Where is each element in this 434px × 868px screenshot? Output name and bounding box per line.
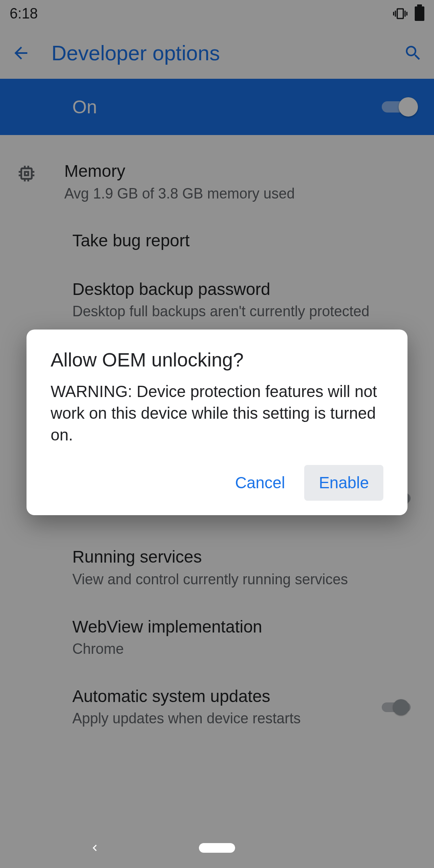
oem-unlock-dialog: Allow OEM unlocking? WARNING: Device pro… — [27, 330, 407, 515]
enable-button[interactable]: Enable — [304, 465, 383, 501]
dialog-title: Allow OEM unlocking? — [51, 349, 383, 371]
nav-back-icon[interactable] — [88, 841, 101, 854]
cancel-button[interactable]: Cancel — [221, 465, 300, 501]
nav-home-pill[interactable] — [199, 843, 235, 853]
dialog-body: WARNING: Device protection features will… — [51, 381, 383, 446]
navigation-bar — [0, 828, 434, 868]
dialog-actions: Cancel Enable — [51, 465, 383, 501]
